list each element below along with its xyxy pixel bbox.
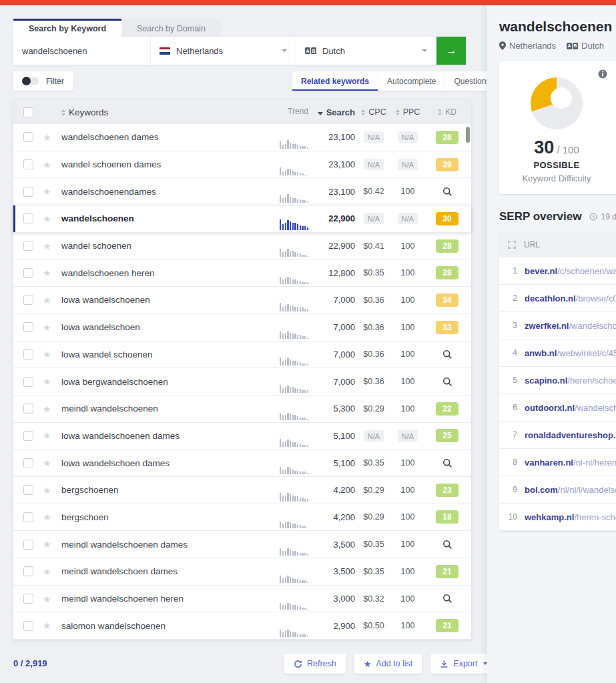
kd-badge[interactable]: 30: [436, 212, 458, 225]
kd-search-icon[interactable]: [442, 350, 452, 360]
kd-badge[interactable]: 33: [436, 321, 458, 334]
table-row[interactable]: ★meindl wandelschoenen dames3,500$0.3510…: [13, 531, 471, 558]
row-checkbox[interactable]: [23, 213, 33, 223]
kd-badge[interactable]: 28: [436, 239, 458, 253]
keyword-label[interactable]: lowa bergwandelschoenen: [61, 377, 168, 387]
table-row[interactable]: ★wandelschoenen dames23,100N/AN/A28: [13, 124, 471, 151]
table-row[interactable]: ★meindl wandelschoenen5,300$0.2910022: [13, 396, 471, 423]
keyword-label[interactable]: lowa wandelschoen: [61, 322, 140, 332]
star-icon[interactable]: ★: [43, 213, 51, 224]
kd-search-icon[interactable]: [442, 458, 452, 468]
serp-url-link[interactable]: anwb.nl/webwinkel/c/453: [525, 348, 616, 358]
star-icon[interactable]: ★: [43, 620, 51, 631]
keyword-label[interactable]: wandel schoenen dames: [61, 159, 161, 169]
tab-related-keywords[interactable]: Related keywords: [292, 71, 378, 91]
serp-url-link[interactable]: decathlon.nl/browse/c0-schoenen: [525, 293, 616, 303]
keyword-label[interactable]: lowa wandelschoenen: [61, 295, 150, 305]
star-icon[interactable]: ★: [43, 295, 51, 305]
star-icon[interactable]: ★: [43, 241, 51, 251]
refresh-button[interactable]: Refresh: [284, 654, 346, 674]
column-header-keywords[interactable]: Keywords: [61, 107, 274, 117]
table-row[interactable]: ★bergschoenen4,200$0.2910023: [13, 477, 471, 504]
tab-search-by-domain[interactable]: Search by Domain: [121, 19, 221, 37]
serp-url-link[interactable]: wehkamp.nl/heren-schoenen: [525, 512, 616, 522]
table-row[interactable]: ★meindl wandelschoen dames3,500$0.351002…: [13, 558, 471, 586]
search-submit-button[interactable]: →: [436, 37, 466, 65]
star-icon[interactable]: ★: [43, 430, 51, 441]
table-row[interactable]: ★lowa wandel schoenen7,000$0.36100: [13, 342, 471, 369]
kd-search-icon[interactable]: [442, 594, 452, 604]
row-checkbox[interactable]: [23, 241, 33, 251]
kd-badge[interactable]: 25: [436, 429, 458, 442]
row-checkbox[interactable]: [23, 621, 33, 631]
expand-icon[interactable]: [508, 241, 516, 249]
keyword-label[interactable]: lowa wandelschoenen dames: [61, 431, 180, 441]
kd-badge[interactable]: 21: [436, 619, 458, 632]
column-header-kd[interactable]: KD: [423, 107, 471, 117]
star-icon[interactable]: ★: [43, 594, 51, 604]
serp-url-link[interactable]: outdoorxl.nl/wandelschoenen: [525, 403, 616, 413]
keyword-label[interactable]: wandelschoenen dames: [61, 132, 159, 142]
kd-badge[interactable]: 39: [436, 158, 458, 171]
row-checkbox[interactable]: [23, 377, 33, 387]
column-header-ppc[interactable]: PPC: [392, 107, 423, 117]
star-icon[interactable]: ★: [43, 485, 51, 496]
kd-badge[interactable]: 22: [436, 402, 458, 416]
keyword-label[interactable]: wandel schoenen: [61, 241, 131, 251]
table-row[interactable]: ★lowa wandelschoen7,000$0.3610033: [13, 314, 471, 342]
filter-toggle-switch[interactable]: [23, 77, 39, 85]
table-row[interactable]: ★salomon wandelschoenen2,900$0.5010021: [13, 612, 471, 640]
star-icon[interactable]: ★: [43, 458, 51, 468]
kd-badge[interactable]: 18: [436, 510, 458, 524]
serp-url-link[interactable]: vanharen.nl/nl-nl/heren-schoenen: [525, 458, 616, 468]
star-icon[interactable]: ★: [43, 186, 51, 197]
kd-badge[interactable]: 34: [436, 293, 458, 307]
tab-autocomplete[interactable]: Autocomplete: [378, 71, 444, 91]
table-row[interactable]: ★lowa wandelschoenen dames5,100N/AN/A25: [13, 423, 471, 450]
kd-badge[interactable]: 21: [436, 565, 458, 578]
kd-badge[interactable]: 28: [436, 131, 458, 144]
row-checkbox[interactable]: [23, 431, 33, 441]
serp-url-link[interactable]: ronaldadventureshop.nl/n: [525, 430, 616, 440]
info-icon[interactable]: [598, 69, 607, 79]
country-select[interactable]: Netherlands: [151, 37, 296, 65]
keyword-label[interactable]: meindl wandelschoenen heren: [61, 594, 184, 604]
keyword-label[interactable]: meindl wandelschoenen: [61, 404, 158, 414]
star-icon[interactable]: ★: [43, 566, 51, 577]
tab-search-by-keyword[interactable]: Search by Keyword: [13, 19, 121, 37]
row-checkbox[interactable]: [23, 350, 33, 360]
star-icon[interactable]: ★: [43, 322, 51, 333]
serp-url-link[interactable]: zwerfkei.nl/wandelschoenen: [525, 321, 616, 331]
row-checkbox[interactable]: [23, 458, 33, 468]
table-row[interactable]: ★wandelschoenen22,900N/AN/A30: [13, 205, 471, 233]
kd-badge[interactable]: 23: [436, 484, 458, 497]
row-checkbox[interactable]: [23, 485, 33, 495]
keyword-label[interactable]: bergschoen: [61, 512, 109, 522]
row-checkbox[interactable]: [23, 404, 33, 414]
star-icon[interactable]: ★: [43, 512, 51, 522]
table-row[interactable]: ★wandelschoenen heren12,800$0.3510028: [13, 259, 471, 287]
table-scrollbar[interactable]: [466, 127, 470, 143]
table-row[interactable]: ★lowa bergwandelschoenen7,000$0.36100: [13, 368, 471, 396]
row-checkbox[interactable]: [23, 566, 33, 576]
star-icon[interactable]: ★: [43, 132, 51, 143]
keyword-label[interactable]: wandelschoenen: [61, 213, 134, 223]
kd-search-icon[interactable]: [442, 377, 452, 387]
column-header-cpc[interactable]: CPC: [355, 107, 392, 117]
select-all-checkbox[interactable]: [23, 107, 33, 117]
table-row[interactable]: ★lowa wandelschoenen7,000$0.3610034: [13, 287, 471, 314]
keyword-label[interactable]: wandelschoenendames: [61, 187, 156, 197]
table-row[interactable]: ★wandelschoenendames23,100$0.42100: [13, 178, 471, 205]
keyword-label[interactable]: salomon wandelschoenen: [61, 621, 166, 631]
row-checkbox[interactable]: [23, 322, 33, 332]
row-checkbox[interactable]: [23, 132, 33, 142]
star-icon[interactable]: ★: [43, 159, 51, 170]
table-row[interactable]: ★meindl wandelschoenen heren3,000$0.3210…: [13, 586, 471, 613]
row-checkbox[interactable]: [23, 268, 33, 278]
row-checkbox[interactable]: [23, 187, 33, 197]
row-checkbox[interactable]: [23, 540, 33, 550]
star-icon[interactable]: ★: [43, 404, 51, 414]
table-row[interactable]: ★bergschoen4,200$0.2910018: [13, 504, 471, 532]
keyword-label[interactable]: lowa wandelschoen dames: [61, 458, 170, 468]
serp-url-link[interactable]: bever.nl/c/schoenen/wandelscho: [525, 266, 616, 276]
